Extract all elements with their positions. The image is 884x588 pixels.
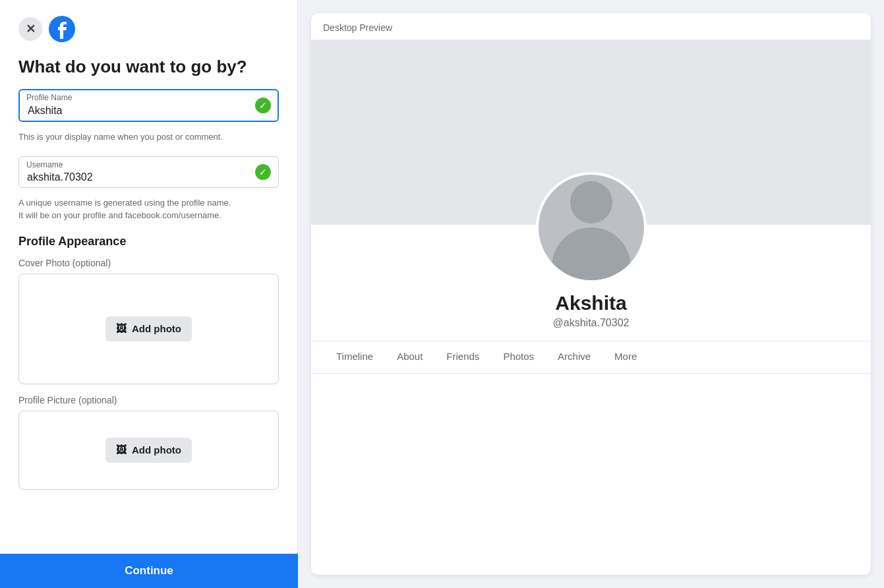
preview-card: Desktop Preview Akshita @akshita.70302 T… <box>311 13 871 575</box>
profile-name-input-wrapper: Profile Name ✓ <box>18 89 279 122</box>
add-cover-photo-label: Add photo <box>132 323 181 334</box>
profile-tab-bar-bottom <box>311 373 871 399</box>
preview-username: @akshita.70302 <box>553 317 630 329</box>
page-title: What do you want to go by? <box>18 57 279 77</box>
profile-name-input[interactable] <box>18 89 279 122</box>
cover-photo-label: Cover Photo (optional) <box>18 258 279 268</box>
tab-timeline[interactable]: Timeline <box>324 341 385 373</box>
add-profile-photo-button[interactable]: 🖼 Add photo <box>105 438 192 463</box>
avatar-head <box>570 181 612 223</box>
profile-picture-label: Profile Picture (optional) <box>18 395 279 405</box>
close-icon: ✕ <box>26 23 36 35</box>
tab-more[interactable]: More <box>603 341 649 373</box>
continue-label: Continue <box>125 564 173 577</box>
tab-archive[interactable]: Archive <box>546 341 603 373</box>
right-panel: Desktop Preview Akshita @akshita.70302 T… <box>298 0 884 588</box>
username-group: Username ✓ <box>18 156 279 188</box>
tab-photos[interactable]: Photos <box>491 341 546 373</box>
image-icon-2: 🖼 <box>116 444 127 456</box>
add-profile-photo-label: Add photo <box>132 444 181 456</box>
profile-name-check-icon: ✓ <box>255 98 271 113</box>
username-input-wrapper: Username ✓ <box>18 156 279 188</box>
profile-name-hint: This is your display name when you post … <box>18 131 279 143</box>
close-button[interactable]: ✕ <box>18 17 42 41</box>
header-icons: ✕ <box>18 16 279 42</box>
cover-photo-upload-box[interactable]: 🖼 Add photo <box>18 274 279 384</box>
profile-picture-upload-box[interactable]: 🖼 Add photo <box>18 411 279 490</box>
avatar-area <box>536 172 647 283</box>
avatar-torso <box>552 227 631 280</box>
profile-tabs: Timeline About Friends Photos Archive Mo… <box>311 341 871 373</box>
preview-label: Desktop Preview <box>311 13 871 40</box>
preview-content: Akshita @akshita.70302 Timeline About Fr… <box>311 40 871 399</box>
username-check-icon: ✓ <box>255 164 271 180</box>
username-input[interactable] <box>18 156 279 188</box>
left-panel: ✕ What do you want to go by? Profile Nam… <box>0 0 298 588</box>
tab-friends[interactable]: Friends <box>434 341 491 373</box>
tab-about[interactable]: About <box>385 341 434 373</box>
username-hint: A unique username is generated using the… <box>18 197 279 221</box>
preview-display-name: Akshita <box>555 292 626 314</box>
facebook-logo-icon <box>49 16 75 42</box>
profile-name-group: Profile Name ✓ <box>18 89 279 122</box>
image-icon: 🖼 <box>116 323 127 335</box>
add-cover-photo-button[interactable]: 🖼 Add photo <box>105 316 192 341</box>
continue-button[interactable]: Continue <box>0 554 298 588</box>
avatar <box>536 172 647 283</box>
avatar-body <box>539 172 644 280</box>
section-appearance-title: Profile Appearance <box>18 235 279 249</box>
